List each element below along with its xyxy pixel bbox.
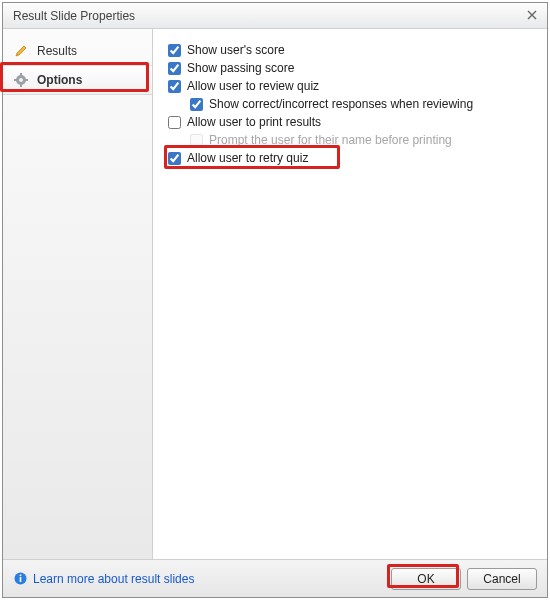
option-show-correct-incorrect[interactable]: Show correct/incorrect responses when re… bbox=[168, 95, 533, 113]
gear-icon bbox=[13, 72, 29, 88]
svg-point-1 bbox=[19, 78, 23, 82]
close-icon bbox=[527, 10, 537, 22]
dialog-body: Results Options Show user's score Show p… bbox=[3, 29, 547, 559]
sidebar-item-results[interactable]: Results bbox=[3, 37, 152, 65]
dialog-footer: Learn more about result slides OK Cancel bbox=[3, 559, 547, 597]
option-label: Allow user to print results bbox=[187, 115, 321, 129]
sidebar: Results Options bbox=[3, 29, 153, 559]
option-label: Show passing score bbox=[187, 61, 294, 75]
info-icon bbox=[13, 572, 27, 586]
option-allow-retry[interactable]: Allow user to retry quiz bbox=[168, 149, 533, 167]
options-panel: Show user's score Show passing score All… bbox=[153, 29, 547, 559]
ok-button[interactable]: OK bbox=[391, 568, 461, 590]
option-label: Allow user to retry quiz bbox=[187, 151, 308, 165]
pencil-icon bbox=[13, 43, 29, 59]
sidebar-item-options[interactable]: Options bbox=[3, 65, 152, 95]
option-label: Allow user to review quiz bbox=[187, 79, 319, 93]
learn-more-link[interactable]: Learn more about result slides bbox=[33, 572, 194, 586]
svg-rect-7 bbox=[19, 577, 21, 582]
option-show-passing-score[interactable]: Show passing score bbox=[168, 59, 533, 77]
checkbox-show-user-score[interactable] bbox=[168, 44, 181, 57]
svg-rect-4 bbox=[14, 79, 17, 81]
info-block: Learn more about result slides bbox=[13, 572, 385, 586]
checkbox-allow-review[interactable] bbox=[168, 80, 181, 93]
window-title: Result Slide Properties bbox=[13, 9, 523, 23]
svg-rect-3 bbox=[20, 84, 22, 87]
option-allow-print[interactable]: Allow user to print results bbox=[168, 113, 533, 131]
checkbox-allow-print[interactable] bbox=[168, 116, 181, 129]
dialog-window: Result Slide Properties Results Options bbox=[2, 2, 548, 598]
option-label: Show user's score bbox=[187, 43, 285, 57]
option-label: Prompt the user for their name before pr… bbox=[209, 133, 452, 147]
svg-rect-8 bbox=[19, 575, 21, 577]
svg-rect-2 bbox=[20, 73, 22, 76]
checkbox-show-passing-score[interactable] bbox=[168, 62, 181, 75]
checkbox-prompt-name bbox=[190, 134, 203, 147]
option-show-user-score[interactable]: Show user's score bbox=[168, 41, 533, 59]
close-button[interactable] bbox=[523, 8, 541, 24]
option-label: Show correct/incorrect responses when re… bbox=[209, 97, 473, 111]
checkbox-allow-retry[interactable] bbox=[168, 152, 181, 165]
option-prompt-name: Prompt the user for their name before pr… bbox=[168, 131, 533, 149]
option-allow-review[interactable]: Allow user to review quiz bbox=[168, 77, 533, 95]
checkbox-show-correct-incorrect[interactable] bbox=[190, 98, 203, 111]
svg-rect-5 bbox=[25, 79, 28, 81]
sidebar-item-label: Options bbox=[37, 73, 82, 87]
cancel-button[interactable]: Cancel bbox=[467, 568, 537, 590]
title-bar: Result Slide Properties bbox=[3, 3, 547, 29]
sidebar-item-label: Results bbox=[37, 44, 77, 58]
